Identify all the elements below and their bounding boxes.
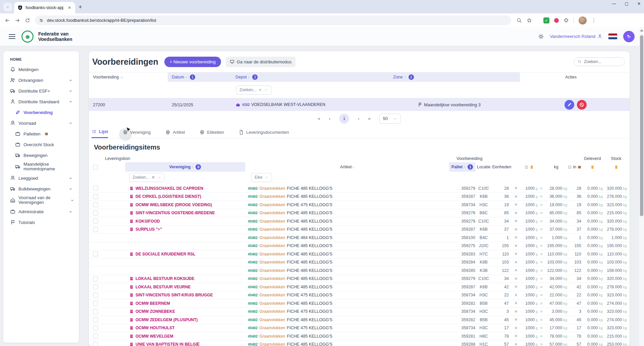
sidebar-item-tutorials[interactable]: Tutorials: [10, 218, 75, 226]
table-row[interactable]: LOKAAL BESTUUR VEURNE #0402 Graanvlokken…: [89, 283, 630, 291]
table-row[interactable]: WELZIJNSSCHAKEL DE CAPROEN #0402 Graanvl…: [89, 184, 630, 193]
menu-toggle-icon[interactable]: [9, 34, 15, 39]
sidebar-item-voorbereiding[interactable]: Voorbereiding: [15, 108, 75, 116]
language-flag-nl[interactable]: [608, 34, 617, 39]
tab-close-icon[interactable]: ✕: [66, 5, 72, 11]
depot-filter[interactable]: Zoeken... ✕: [236, 85, 271, 95]
col-locatie[interactable]: Locatie: [475, 165, 492, 169]
sidebar-item-maandelijkse-momentopname[interactable]: Maandelijkse momentopname: [15, 162, 77, 171]
row-checkbox[interactable]: [93, 326, 98, 331]
page-search[interactable]: [574, 57, 625, 66]
reload-icon[interactable]: [25, 18, 30, 23]
tab-leveringsdocumenten[interactable]: Leveringsdocumenten: [239, 130, 289, 138]
scrollbar-thumb[interactable]: [640, 35, 643, 216]
chevron-down-icon[interactable]: [157, 175, 161, 179]
sidebar-item-voorraad[interactable]: Voorraad: [10, 119, 75, 127]
vereniging-cell[interactable]: OCMW WIELSBEKE (DROGE VOEDING): [125, 203, 245, 207]
table-row[interactable]: #0402 Graanvlokken FICHE 464 KELLOGG'S 3…: [89, 234, 630, 242]
tab-artikel[interactable]: Artikel: [165, 130, 185, 138]
close-window-button[interactable]: ✕: [637, 1, 641, 6]
bookmark-star-icon[interactable]: [527, 18, 532, 23]
preparation-row[interactable]: 27200 25/11/2025 #102 VOEDSELBANK WEST-V…: [89, 98, 630, 111]
row-checkbox[interactable]: [93, 342, 98, 346]
minimize-button[interactable]: —: [612, 1, 616, 6]
new-tab-button[interactable]: +: [78, 4, 82, 11]
vereniging-cell[interactable]: LOKAAL BESTUUR VEURNE: [125, 285, 245, 289]
sidebar-item-bulkbewegingen[interactable]: Bulkbewegingen: [10, 185, 75, 193]
table-row[interactable]: UNIE VAN BAPTISTEN IN BELGIË #0402 Graan…: [89, 341, 630, 346]
browser-tab[interactable]: foodbanks-stock-app ✕: [14, 2, 75, 13]
row-checkbox[interactable]: [93, 202, 98, 207]
row-checkbox[interactable]: [93, 276, 98, 281]
page-size-select[interactable]: 50: [379, 114, 401, 124]
tab-etiketten[interactable]: Etiketten: [200, 130, 224, 138]
artikel-filter[interactable]: Elke: [251, 173, 272, 182]
col-datum[interactable]: Datum↑ 1: [168, 72, 231, 82]
row-checkbox[interactable]: [93, 227, 98, 232]
table-row[interactable]: OCMW WEVELGEM #0402 Graanvlokken FICHE 4…: [89, 332, 630, 341]
row-checkbox[interactable]: [93, 251, 98, 256]
table-row[interactable]: #0402 Graanvlokken FICHE 485 KELLOGG'S 3…: [89, 267, 630, 275]
col-pallet[interactable]: Pallet↑ 1: [449, 162, 475, 172]
sidebar-item-distributie-esf[interactable]: Distributie ESF+: [10, 87, 75, 95]
table-row[interactable]: OCMW BEERNEM #0402 Graanvlokken FICHE 48…: [89, 299, 630, 308]
vereniging-cell[interactable]: SURPLUS "+": [125, 227, 245, 232]
table-row[interactable]: SINT-VINCENTIUS SINT-KRUIS BRUGGE #0402 …: [89, 291, 630, 300]
vereniging-cell[interactable]: SINT-VINCENTIUS OOSTENDE-BREDENE: [125, 211, 245, 215]
table-row[interactable]: OCMW ZONNEBEKE #0402 Graanvlokken FICHE …: [89, 308, 630, 316]
extension-record-icon[interactable]: [554, 18, 559, 23]
vereniging-filter[interactable]: Zoeken... ✕: [129, 173, 165, 182]
vereniging-cell[interactable]: DE SOCIALE KRUIDENIER RSL: [125, 252, 245, 256]
vereniging-cell[interactable]: KOKSIFOOD: [125, 219, 245, 224]
browser-profile-avatar[interactable]: [579, 16, 587, 24]
sidebar-item-voorraad-verenigingen[interactable]: Voorraad van de Verenigingen: [10, 195, 77, 205]
row-checkbox[interactable]: [93, 219, 98, 224]
vereniging-cell[interactable]: DE CIRKEL (LOGISTIEKE DIENST): [125, 194, 245, 199]
sidebar-item-palletten[interactable]: Palletten: [15, 130, 75, 138]
forward-icon[interactable]: [15, 18, 20, 23]
vereniging-cell[interactable]: OCMW HOUTHULST: [125, 326, 245, 330]
current-page[interactable]: 1: [339, 114, 349, 124]
col-voorbereiding[interactable]: Voorbereiding↑↓: [89, 72, 168, 82]
extensions-puzzle-icon[interactable]: [564, 18, 569, 23]
table-row[interactable]: OCMW WIELSBEKE (DROGE VOEDING) #0402 Gra…: [89, 201, 630, 209]
table-row[interactable]: DE SOCIALE KRUIDENIER RSL #0402 Graanvlo…: [89, 250, 630, 258]
edit-button[interactable]: [565, 100, 574, 110]
table-row[interactable]: SINT-VINCENTIUS OOSTENDE-BREDENE #0402 G…: [89, 209, 630, 218]
row-checkbox[interactable]: [93, 293, 98, 298]
col-depot[interactable]: Depot↑ 2: [231, 72, 362, 82]
col-vereniging[interactable]: Vereniging↑ 0: [125, 162, 245, 172]
profile-avatar[interactable]: [623, 31, 635, 42]
vereniging-cell[interactable]: OCMW ZEDELGEM (PLUSPUNT): [125, 318, 245, 322]
sidebar-item-distributie-standaard[interactable]: Distributie Standaard: [10, 98, 75, 106]
vereniging-cell[interactable]: LOKAAL BESTUUR KOKSIJDE: [125, 276, 245, 281]
col-artikel[interactable]: Artikel↑↓: [245, 165, 449, 169]
prev-page-button[interactable]: ‹: [329, 116, 330, 121]
tab-lijst[interactable]: Lijst: [92, 129, 108, 138]
vereniging-cell[interactable]: OCMW BEERNEM: [125, 301, 245, 306]
tab-search-button[interactable]: [3, 3, 12, 11]
user-menu[interactable]: Vandermeersch Roland: [550, 34, 602, 39]
row-checkbox[interactable]: [93, 194, 98, 199]
vereniging-cell[interactable]: SINT-VINCENTIUS SINT-KRUIS BRUGGE: [125, 293, 245, 297]
row-checkbox[interactable]: [93, 284, 98, 289]
clear-filter-icon[interactable]: ✕: [152, 175, 155, 180]
site-settings-icon[interactable]: [39, 18, 44, 23]
address-bar[interactable]: dev.stock.foodbanksit.be/stock/app/nl-BE…: [35, 15, 511, 25]
table-row[interactable]: KOKSIFOOD #0402 Graanvlokken FICHE 485 K…: [89, 217, 630, 226]
chevron-down-icon[interactable]: [264, 88, 268, 92]
sidebar-item-leeggoed[interactable]: Leeggoed: [10, 174, 75, 182]
distribution-mode-button[interactable]: Ga naar de distributiemodus: [226, 57, 296, 67]
table-row[interactable]: SURPLUS "+" #0402 Graanvlokken FICHE 485…: [89, 226, 630, 234]
table-row[interactable]: OCMW HOUTHULST #0402 Graanvlokken FICHE …: [89, 324, 630, 333]
sidebar-item-administratie[interactable]: Administratie: [10, 208, 75, 216]
cancel-button[interactable]: [577, 100, 587, 110]
extension-check-icon[interactable]: ✓: [543, 17, 549, 23]
table-row[interactable]: #0402 Graanvlokken FICHE 485 KELLOGG'S 3…: [89, 258, 630, 267]
chevron-down-icon[interactable]: [265, 175, 269, 179]
table-row[interactable]: OCMW ZEDELGEM (PLUSPUNT) #0402 Graanvlok…: [89, 316, 630, 324]
zoom-icon[interactable]: [517, 18, 522, 23]
vereniging-cell[interactable]: OCMW WEVELGEM: [125, 334, 245, 339]
row-checkbox[interactable]: [93, 309, 98, 314]
new-preparation-button[interactable]: + Nieuwe voorbereiding: [164, 57, 221, 67]
